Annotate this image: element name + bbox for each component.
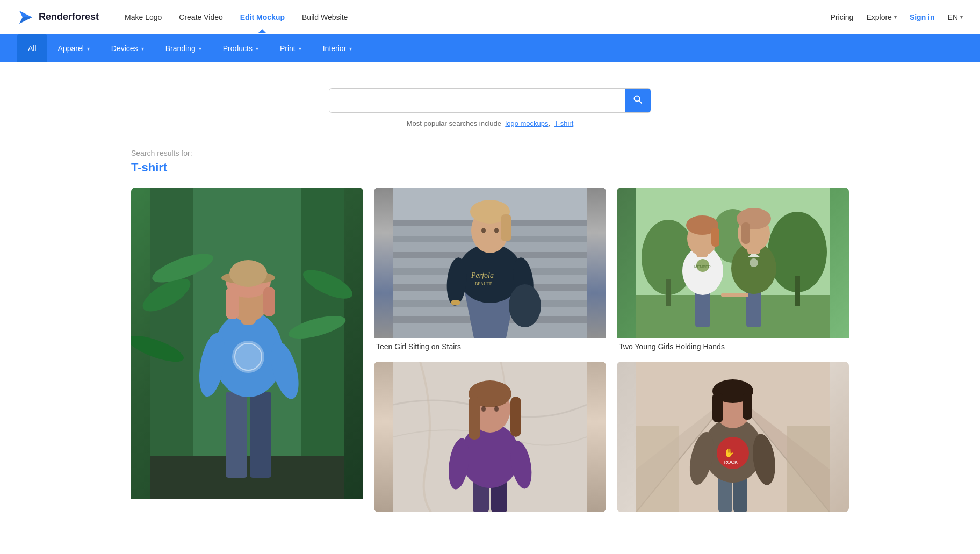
main-content: Most popular searches include logo mocku… [114,62,866,529]
svg-line-3 [639,101,642,104]
mockup-card-3[interactable]: MEMBER [617,188,849,351]
logo-icon [17,9,34,26]
mockup-card-2[interactable]: Perfola BEAUTÉ [374,188,606,351]
cat-all[interactable]: All [17,34,47,62]
brand-name: Renderforest [39,11,99,23]
devices-chevron-icon: ▾ [141,46,144,52]
cat-apparel[interactable]: Apparel ▾ [47,34,100,62]
nav-build-website[interactable]: Build Website [302,13,348,21]
results-term: T-shirt [131,161,849,175]
category-bar: All Apparel ▾ Devices ▾ Branding ▾ Produ… [0,34,980,62]
mockup-card-4[interactable] [374,362,606,512]
branding-chevron-icon: ▾ [199,46,201,52]
cat-interior[interactable]: Interior ▾ [312,34,363,62]
logo[interactable]: Renderforest [17,9,99,26]
interior-chevron-icon: ▾ [349,46,352,52]
nav-pricing[interactable]: Pricing [831,13,854,21]
search-input[interactable] [329,90,625,111]
lang-chevron-icon: ▾ [960,14,963,20]
header-right: Pricing Explore ▾ Sign in EN ▾ [831,13,963,21]
search-button[interactable] [625,89,651,112]
products-chevron-icon: ▾ [256,46,258,52]
search-box [329,88,651,113]
cat-products[interactable]: Products ▾ [212,34,269,62]
popular-link-tshirt[interactable]: T-shirt [554,119,573,127]
search-icon [633,95,642,104]
sign-in-button[interactable]: Sign in [910,13,935,21]
print-chevron-icon: ▾ [299,46,301,52]
mockup-card-1[interactable] [131,188,363,512]
mockup-grid: Perfola BEAUTÉ [131,188,849,512]
header: Renderforest Make Logo Create Video Edit… [0,0,980,34]
popular-link-logo-mockups[interactable]: logo mockups [505,119,548,127]
nav-make-logo[interactable]: Make Logo [125,13,162,21]
nav-create-video[interactable]: Create Video [179,13,222,21]
results-label: Search results for: [131,149,849,157]
mockup-card-5[interactable]: ✋ ROCK [617,362,849,512]
main-nav: Make Logo Create Video Edit Mockup Build… [125,13,831,21]
cat-branding[interactable]: Branding ▾ [155,34,212,62]
language-selector[interactable]: EN ▾ [948,13,963,21]
cat-print[interactable]: Print ▾ [269,34,312,62]
apparel-chevron-icon: ▾ [87,46,90,52]
nav-edit-mockup[interactable]: Edit Mockup [240,13,285,21]
nav-explore[interactable]: Explore ▾ [866,13,896,21]
svg-marker-1 [19,17,32,24]
search-hint: Most popular searches include logo mocku… [407,119,574,127]
search-area: Most popular searches include logo mocku… [131,88,849,127]
explore-chevron-icon: ▾ [894,14,897,20]
cat-devices[interactable]: Devices ▾ [100,34,155,62]
